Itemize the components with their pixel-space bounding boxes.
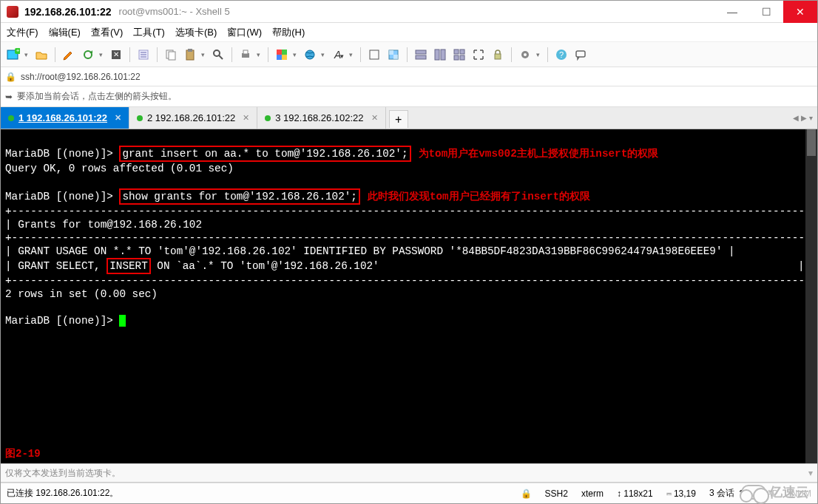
dropdown-icon[interactable]: ▾ — [293, 51, 299, 58]
menu-help[interactable]: 帮助(H) — [272, 26, 305, 39]
svg-rect-35 — [454, 55, 459, 60]
arrow-icon[interactable]: ➥ — [5, 92, 13, 102]
dropdown-icon[interactable]: ▾ — [321, 51, 327, 58]
svg-rect-18 — [277, 50, 282, 55]
font-icon[interactable]: A▾ — [330, 47, 346, 63]
svg-rect-29 — [416, 50, 426, 54]
tab-add-button[interactable]: + — [389, 110, 408, 128]
lock-icon[interactable] — [490, 47, 506, 63]
address-url[interactable]: ssh://root@192.168.26.101:22 — [21, 72, 813, 82]
dropdown-icon[interactable]: ▾ — [536, 51, 542, 58]
close-button[interactable]: ✕ — [783, 1, 817, 23]
status-cap: CAP — [760, 488, 778, 499]
svg-rect-28 — [393, 55, 398, 59]
minimize-button[interactable]: — — [715, 1, 749, 23]
hint-bar: ➥ 要添加当前会话，点击左侧的箭头按钮。 — [1, 86, 817, 107]
print-icon[interactable] — [237, 47, 254, 63]
tile-h-icon[interactable] — [413, 47, 429, 63]
svg-text:+: + — [16, 48, 20, 54]
tab-session-2[interactable]: 2 192.168.26.101:22 ✕ — [129, 107, 257, 129]
scrollbar-thumb[interactable] — [807, 129, 816, 156]
svg-point-14 — [214, 50, 220, 56]
expand-icon[interactable] — [470, 47, 487, 63]
status-dot-icon — [265, 115, 271, 121]
hint-text: 要添加当前会话，点击左侧的箭头按钮。 — [17, 90, 177, 103]
menu-tools[interactable]: 工具(T) — [133, 26, 165, 39]
svg-point-39 — [524, 53, 527, 56]
titlebar: 192.168.26.101:22 root@vms001:~ - Xshell… — [1, 1, 817, 23]
dropdown-icon[interactable]: ▾ — [257, 51, 263, 58]
dropdown-icon[interactable]: ▾ — [808, 468, 813, 478]
output: +---------------------------------------… — [5, 205, 817, 217]
menubar: 文件(F) 编辑(E) 查看(V) 工具(T) 选项卡(B) 窗口(W) 帮助(… — [1, 23, 817, 42]
output: | GRANT USAGE ON *.* TO 'tom'@'192.168.2… — [5, 245, 735, 257]
tab-close-icon[interactable]: ✕ — [243, 113, 249, 123]
svg-rect-17 — [243, 50, 248, 54]
copy-icon[interactable] — [163, 47, 179, 63]
menu-edit[interactable]: 编辑(E) — [49, 26, 81, 39]
tab-session-3[interactable]: 3 192.168.26.102:22 ✕ — [257, 107, 385, 129]
maximize-button[interactable]: ☐ — [749, 1, 783, 23]
paste-icon[interactable] — [182, 47, 198, 63]
svg-rect-25 — [370, 50, 379, 59]
output: | GRANT SELECT, — [5, 260, 107, 272]
globe-icon[interactable] — [302, 47, 318, 63]
menu-view[interactable]: 查看(V) — [91, 26, 123, 39]
highlighted-command: grant insert on aa.* to tom@'192.168.26.… — [119, 146, 410, 162]
svg-rect-27 — [389, 50, 393, 55]
tab-close-icon[interactable]: ✕ — [115, 113, 121, 123]
terminal-scrollbar[interactable] — [805, 129, 817, 463]
menu-window[interactable]: 窗口(W) — [227, 26, 262, 39]
svg-point-22 — [305, 50, 314, 59]
svg-line-15 — [219, 55, 223, 59]
figure-label: 图2-19 — [5, 447, 41, 460]
svg-rect-33 — [454, 50, 459, 54]
svg-rect-37 — [495, 54, 501, 59]
reconnect-icon[interactable] — [80, 47, 96, 63]
svg-rect-21 — [282, 55, 287, 60]
tab-nav[interactable]: ◀ ▶ ▾ — [788, 107, 817, 129]
session-nav-icon[interactable]: ⇅ — [739, 488, 746, 499]
help-icon[interactable]: ? — [553, 47, 569, 63]
properties-icon[interactable] — [135, 47, 152, 63]
cursor-pos-icon: ⎓ — [666, 488, 672, 499]
svg-text:▾: ▾ — [340, 52, 344, 60]
dropdown-icon[interactable]: ▾ — [201, 51, 207, 58]
annotation: 此时我们发现tom用户已经拥有了insert的权限 — [368, 191, 590, 202]
chat-icon[interactable] — [572, 47, 589, 63]
prompt: MariaDB [(none)]> — [5, 191, 119, 202]
disconnect-icon[interactable]: ✕ — [108, 47, 124, 63]
menu-tabs[interactable]: 选项卡(B) — [175, 26, 217, 39]
tab-close-icon[interactable]: ✕ — [371, 113, 378, 123]
terminal[interactable]: MariaDB [(none)]> grant insert on aa.* t… — [1, 129, 817, 463]
cursor — [119, 315, 126, 327]
open-icon[interactable] — [33, 47, 50, 63]
svg-rect-20 — [277, 55, 282, 60]
dropdown-icon[interactable]: ▾ — [24, 51, 30, 58]
dropdown-icon[interactable]: ▾ — [99, 51, 105, 58]
color-icon[interactable] — [274, 47, 290, 63]
tab-label: 3 192.168.26.102:22 — [275, 112, 363, 123]
new-tab-icon[interactable]: + — [5, 47, 21, 63]
status-num: NUM — [791, 488, 811, 499]
transparency-icon[interactable] — [385, 47, 402, 63]
title-sub: root@vms001:~ - Xshell 5 — [119, 6, 230, 17]
title-main: 192.168.26.101:22 — [24, 6, 112, 18]
svg-text:✕: ✕ — [113, 50, 119, 58]
dropdown-icon[interactable]: ▾ — [349, 51, 355, 58]
app-window: 192.168.26.101:22 root@vms001:~ - Xshell… — [0, 0, 818, 504]
fullscreen-icon[interactable] — [366, 47, 382, 63]
menu-file[interactable]: 文件(F) — [7, 26, 38, 39]
svg-rect-11 — [169, 52, 175, 60]
tile-grid-icon[interactable] — [451, 47, 467, 63]
find-icon[interactable] — [210, 47, 226, 63]
app-icon — [7, 6, 18, 18]
lock-icon: 🔒 — [521, 488, 532, 499]
compose-bar[interactable]: 仅将文本发送到当前选项卡。 ▾ — [1, 463, 817, 483]
settings-icon[interactable] — [517, 47, 533, 63]
annotation: 为tom用户在vms002主机上授权使用insert的权限 — [419, 148, 659, 160]
tile-v-icon[interactable] — [432, 47, 448, 63]
tab-session-1[interactable]: 1 192.168.26.101:22 ✕ — [1, 107, 129, 129]
addressbar: 🔒 ssh://root@192.168.26.101:22 — [1, 67, 817, 86]
edit-icon[interactable] — [61, 47, 77, 63]
